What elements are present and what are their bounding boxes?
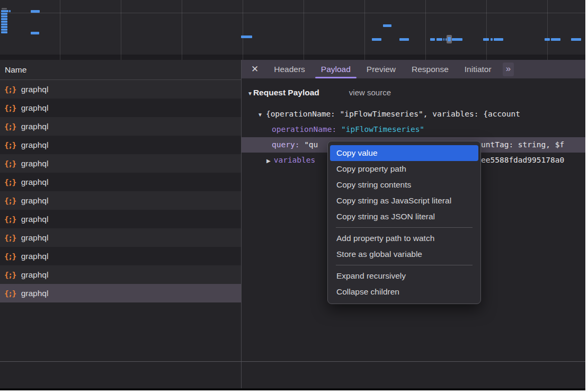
devtools-network-panel: Name {;}graphql{;}graphql{;}graphql{;}gr… [0, 0, 585, 390]
overview-gridline [547, 0, 548, 55]
network-request-row[interactable]: {;}graphql [0, 247, 241, 265]
request-name-label: graphql [21, 177, 49, 187]
window-right-edge [585, 0, 588, 392]
overview-hline [0, 13, 585, 13]
overview-request-bar [31, 32, 39, 34]
request-name-label: graphql [21, 289, 49, 298]
property-value-right-fragment: ee5588fdad995178a0 [481, 153, 564, 168]
overview-request-bar [31, 10, 40, 13]
tab-headers[interactable]: Headers [266, 60, 313, 78]
request-name-label: graphql [21, 215, 49, 224]
network-request-row[interactable]: {;}graphql [0, 265, 241, 284]
tab-response[interactable]: Response [404, 60, 457, 78]
overview-request-bar [1, 10, 8, 12]
network-request-row[interactable]: {;}graphql [0, 80, 241, 99]
overview-gridline [364, 55, 365, 60]
overview-gridline [547, 55, 548, 60]
request-name-label: graphql [21, 140, 49, 150]
property-key: variables [274, 156, 316, 164]
network-request-row[interactable]: {;}graphql [0, 284, 241, 302]
menu-item-copy-string-contents[interactable]: Copy string contents [330, 177, 478, 193]
menu-item-add-property-path-to-watch[interactable]: Add property path to watch [330, 230, 478, 246]
context-menu: Copy valueCopy property pathCopy string … [327, 141, 481, 304]
overview-gridline [364, 0, 365, 55]
property-key: operationName [272, 125, 332, 133]
expander-right-icon: ▶ [266, 158, 271, 164]
overview-gridline [304, 55, 304, 60]
overview-request-bar [494, 38, 503, 41]
network-request-row[interactable]: {;}graphql [0, 228, 241, 247]
property-separator: : [332, 125, 341, 133]
overview-request-bar [1, 31, 7, 33]
payload-row-operationName[interactable]: operationName: "ipFlowTimeseries" [242, 122, 585, 137]
menu-item-copy-string-as-json-literal[interactable]: Copy string as JSON literal [330, 209, 478, 225]
tab-preview[interactable]: Preview [359, 60, 404, 78]
overview-gridline [425, 0, 426, 55]
network-main-area: Name {;}graphql{;}graphql{;}graphql{;}gr… [0, 60, 585, 361]
overview-gridline [304, 0, 304, 55]
request-name-label: graphql [21, 103, 49, 113]
panel-splitter[interactable] [241, 60, 242, 361]
network-request-row[interactable]: {;}graphql [0, 117, 241, 136]
request-payload-section-header[interactable]: ▼ Request Payload view source [247, 88, 391, 97]
tab-payload[interactable]: Payload [313, 60, 359, 78]
overview-request-bar [1, 15, 7, 17]
network-request-row[interactable]: {;}graphql [0, 191, 241, 210]
menu-item-copy-property-path[interactable]: Copy property path [330, 161, 478, 177]
menu-item-collapse-children[interactable]: Collapse children [330, 284, 478, 300]
network-request-row[interactable]: {;}graphql [0, 173, 241, 191]
json-resource-icon: {;} [0, 178, 21, 186]
tab-initiator[interactable]: Initiator [457, 60, 500, 78]
menu-item-store-as-global-variable[interactable]: Store as global variable [330, 246, 478, 262]
overview-request-bar [1, 23, 7, 25]
network-request-row[interactable]: {;}graphql [0, 99, 241, 117]
network-request-row[interactable]: {;}graphql [0, 210, 241, 228]
request-name-label: graphql [21, 122, 49, 131]
json-resource-icon: {;} [0, 289, 21, 298]
overview-request-bar [9, 10, 11, 12]
overview-request-bar [1, 21, 7, 23]
network-overview-timeline[interactable] [0, 0, 585, 55]
overview-request-bar [452, 38, 462, 41]
network-summary-bar [0, 361, 585, 389]
network-request-row[interactable]: {;}graphql [0, 154, 241, 173]
overview-gridline [60, 55, 60, 60]
request-payload-title: Request Payload [253, 88, 319, 97]
payload-root-preview: {operationName: "ipFlowTimeseries", vari… [266, 110, 520, 118]
collapse-triangle-icon: ▼ [247, 91, 253, 96]
request-name-label: graphql [21, 233, 49, 243]
property-value-right-fragment: untTag: string, $f [481, 137, 564, 153]
close-icon[interactable]: ✕ [251, 64, 259, 75]
network-overview-strip [0, 55, 585, 60]
overview-request-bar [436, 38, 442, 41]
request-name-label: graphql [21, 252, 49, 261]
payload-root-row[interactable]: ▼{operationName: "ipFlowTimeseries", var… [242, 106, 585, 122]
request-name-label: graphql [21, 196, 49, 206]
requests-table: Name {;}graphql{;}graphql{;}graphql{;}gr… [0, 60, 241, 361]
property-string-value: "ipFlowTimeseries" [341, 125, 424, 133]
json-resource-icon: {;} [0, 197, 21, 205]
overview-request-bar [1, 18, 7, 20]
menu-item-copy-string-as-javascript-literal[interactable]: Copy string as JavaScript literal [330, 193, 478, 209]
overview-request-bar [241, 35, 252, 38]
overview-gridline [243, 55, 243, 60]
overview-request-bar [491, 38, 493, 41]
property-separator: : [295, 140, 304, 149]
name-column-header[interactable]: Name [0, 60, 241, 80]
overview-gridline [60, 0, 60, 55]
overview-request-bar [483, 38, 489, 41]
property-key: query [272, 140, 295, 149]
overview-request-bar [383, 24, 391, 27]
requests-rows: {;}graphql{;}graphql{;}graphql{;}graphql… [0, 80, 241, 302]
view-source-link[interactable]: view source [349, 88, 391, 97]
json-resource-icon: {;} [0, 104, 21, 112]
menu-item-copy-value[interactable]: Copy value [330, 145, 478, 161]
overview-request-bar [443, 38, 444, 41]
overview-gridline [486, 0, 487, 55]
overview-gridline [121, 55, 121, 60]
overview-gridline [425, 55, 426, 60]
more-tabs-icon[interactable]: » [503, 63, 514, 76]
overview-gridline [243, 0, 243, 55]
menu-item-expand-recursively[interactable]: Expand recursively [330, 268, 478, 284]
network-request-row[interactable]: {;}graphql [0, 136, 241, 154]
